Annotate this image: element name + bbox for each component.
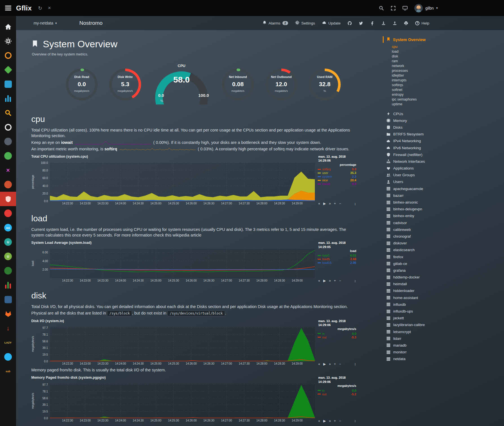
dark-sphere-app-icon[interactable]: [0, 134, 16, 149]
legend-item-system[interactable]: system 2.3: [318, 175, 357, 179]
nav-sub-network[interactable]: network: [392, 63, 504, 68]
teal-u-app-icon[interactable]: U: [0, 235, 16, 249]
heimdall-app-icon[interactable]: [0, 292, 16, 307]
nav-app-hddtemp-docker[interactable]: hddtemp-docker: [383, 274, 504, 281]
twitter-icon[interactable]: [359, 21, 363, 25]
nav-sub-uptime[interactable]: uptime: [392, 102, 504, 106]
nav-sub-interrupts[interactable]: interrupts: [392, 78, 504, 82]
orange-search-app-icon[interactable]: [0, 106, 16, 120]
legend-item-user[interactable]: user 35.3: [318, 171, 357, 175]
nav-app-firefox[interactable]: firefox: [383, 253, 504, 260]
nav-section-btrfs-filesystem[interactable]: BTRFS filesystem: [383, 131, 504, 138]
chart-zoom-in-button[interactable]: +: [334, 419, 336, 423]
legend-item-iowait[interactable]: iowait 0.0: [318, 182, 357, 186]
chart-zoom-in-button[interactable]: +: [334, 202, 336, 205]
chart-zoom-in-button[interactable]: +: [334, 279, 336, 282]
chart-resize-handle[interactable]: ↕: [354, 362, 356, 366]
print-icon[interactable]: [404, 21, 408, 25]
nav-app-chronograf[interactable]: chronograf: [383, 233, 504, 240]
legend-item-load1[interactable]: load1 6.51: [318, 254, 357, 257]
chart-pan-right-button[interactable]: »: [329, 419, 331, 423]
nav-app-bazarr[interactable]: bazarr: [383, 192, 504, 199]
nav-app-grafana[interactable]: grafana: [383, 267, 504, 274]
chart-zoom-out-button[interactable]: −: [339, 279, 341, 282]
nav-app-cadvisor[interactable]: cadvisor: [383, 219, 504, 226]
nav-app-letsencrypt[interactable]: letsencrypt: [383, 328, 504, 335]
nav-group-system-overview[interactable]: System Overview: [383, 36, 504, 43]
legend-item-nice[interactable]: nice 20.4: [318, 179, 357, 182]
chart-pan-left-button[interactable]: «: [318, 202, 320, 205]
white-ring-app-icon[interactable]: [0, 120, 16, 134]
red-download-app-icon[interactable]: ↓: [0, 321, 16, 335]
green-circle-app-icon[interactable]: [0, 149, 16, 163]
nav-app-elasticsearch[interactable]: elasticsearch: [383, 247, 504, 253]
red-shield-app-icon[interactable]: [0, 192, 16, 206]
close-tab-icon[interactable]: ×: [48, 5, 51, 11]
refresh-tab-icon[interactable]: ↻: [38, 5, 42, 11]
nav-app-home-assistant[interactable]: home-assistant: [383, 294, 504, 301]
home-tab-icon[interactable]: [0, 19, 16, 34]
hamburger-menu-button[interactable]: [0, 0, 16, 16]
soundwave-app-icon[interactable]: [0, 91, 16, 106]
nav-sub-ipc-semaphores[interactable]: ipc semaphores: [392, 97, 504, 102]
chart-pan-left-button[interactable]: «: [318, 419, 320, 423]
nav-app-influxdb[interactable]: influxdb: [383, 301, 504, 308]
nav-app-netdata[interactable]: netdata: [383, 356, 504, 362]
green-u-app-icon[interactable]: U: [0, 249, 16, 264]
nav-app-influxdb-ups[interactable]: influxdb-ups: [383, 308, 504, 315]
user-menu[interactable]: gilbn ▾: [414, 4, 438, 12]
gitlab-fox-app-icon[interactable]: [0, 307, 16, 321]
nav-section-cpus[interactable]: CPUs: [383, 110, 504, 117]
nav-section-ipv4-networking[interactable]: IPv4 Networking: [383, 138, 504, 144]
used-ram-gauge[interactable]: Used RAM 32.8 %: [308, 68, 341, 102]
alarms-button[interactable]: Alarms 2: [262, 21, 288, 26]
update-button[interactable]: Update: [322, 21, 341, 26]
wikipedia-link[interactable]: wikipedia article: [173, 233, 201, 237]
red-dots-app-icon[interactable]: [0, 206, 16, 220]
legend-item-in[interactable]: in 0.0: [318, 332, 357, 335]
nav-app-hiddenloader[interactable]: hiddenloader: [383, 287, 504, 294]
nav-sub-softnet[interactable]: softnet: [392, 87, 504, 92]
fullscreen-icon[interactable]: [391, 6, 396, 11]
blue-drop-app-icon[interactable]: [0, 350, 16, 364]
chart-pan-right-button[interactable]: »: [329, 362, 331, 366]
chart-play-button[interactable]: ▶: [323, 419, 326, 423]
display-icon[interactable]: [403, 6, 408, 11]
search-icon[interactable]: [379, 6, 384, 11]
nav-sub-load[interactable]: load: [392, 49, 504, 54]
orange-ring-app-icon[interactable]: [0, 48, 16, 63]
chart-resize-handle[interactable]: ↕: [354, 419, 356, 423]
chart-pan-right-button[interactable]: »: [329, 279, 331, 282]
nav-sub-softirqs[interactable]: softirqs: [392, 82, 504, 87]
blue-oo-app-icon[interactable]: oo: [0, 220, 16, 235]
chart-zoom-out-button[interactable]: −: [339, 419, 341, 423]
nav-app-binhex-delugevpn[interactable]: binhex-delugevpn: [383, 206, 504, 213]
nav-sub-cpu[interactable]: cpu: [392, 44, 504, 49]
nav-app-binhex-emby[interactable]: binhex-emby: [383, 213, 504, 219]
nav-app-diskover[interactable]: diskover: [383, 240, 504, 247]
nav-sub-entropy[interactable]: entropy: [392, 92, 504, 97]
host-selector-dropdown[interactable]: my-netdata▾: [34, 21, 57, 25]
nav-app-binhex-airsonic[interactable]: binhex-airsonic: [383, 199, 504, 206]
nav-app-gitlab-ce[interactable]: gitlab-ce: [383, 260, 504, 267]
nav-sub-idlejitter[interactable]: idlejitter: [392, 73, 504, 78]
chart-zoom-out-button[interactable]: −: [339, 362, 341, 366]
nav-section-applications[interactable]: Applications: [383, 165, 504, 172]
nav-sub-processes[interactable]: processes: [392, 68, 504, 73]
net-outbound-gauge[interactable]: Net Outbound 12.0 megabits/s: [265, 68, 298, 102]
chart-play-button[interactable]: ▶: [323, 279, 326, 282]
net-inbound-gauge[interactable]: Net Inbound 0.08 megabits/s: [221, 68, 255, 102]
legend-item-load5[interactable]: load5 2.68: [318, 257, 357, 261]
memory-paged-chart-plot[interactable]: [50, 384, 315, 418]
nav-app-calibreweb[interactable]: calibreweb: [383, 226, 504, 233]
chart-play-button[interactable]: ▶: [323, 362, 326, 366]
nav-section-user-groups[interactable]: User Groups: [383, 172, 504, 179]
nav-app-lidarr[interactable]: lidarr: [383, 335, 504, 342]
legend-item-out[interactable]: out -5.3: [318, 335, 357, 339]
github-icon[interactable]: [348, 21, 352, 25]
legend-item-in[interactable]: in 0.0: [318, 389, 357, 392]
help-button[interactable]: ? Help: [415, 21, 429, 25]
nav-app-jackett[interactable]: jackett: [383, 315, 504, 322]
settings-tab-icon[interactable]: [0, 34, 16, 48]
chart-pan-left-button[interactable]: «: [318, 362, 320, 366]
